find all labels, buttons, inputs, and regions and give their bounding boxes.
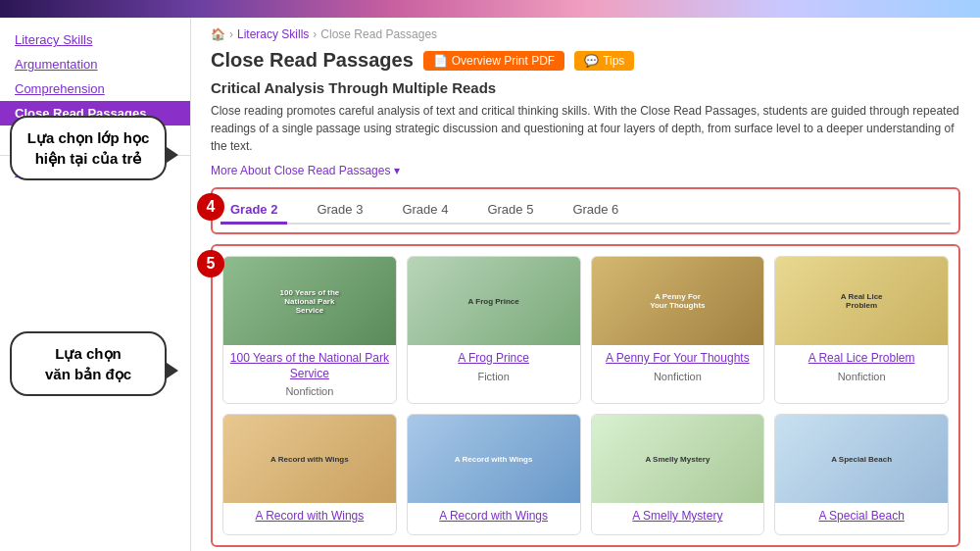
card-img-frog-prince: A Frog Prince xyxy=(408,257,580,345)
tab-grade-4[interactable]: Grade 4 xyxy=(392,197,458,225)
card-title-national-park: 100 Years of the National Park Service xyxy=(229,351,390,381)
card-body-national-park: 100 Years of the National Park Service N… xyxy=(223,345,396,403)
card-penny[interactable]: A Penny ForYour Thoughts A Penny For You… xyxy=(591,256,765,404)
card-img-special-beach: A Special Beach xyxy=(775,415,948,503)
card-record-wings-1[interactable]: A Record with Wings A Record with Wings xyxy=(222,414,397,535)
card-title-smelly: A Smelly Mystery xyxy=(598,509,759,525)
tooltip-text-1: Lựa chọn lớp học hiện tại của trẻ xyxy=(27,129,150,167)
card-body-penny: A Penny For Your Thoughts Nonfiction xyxy=(592,345,764,388)
tooltip-text-2: Lựa chọn văn bản đọc xyxy=(45,345,131,382)
grade-tabs: Grade 2 Grade 3 Grade 4 Grade 5 Grade 6 xyxy=(220,197,951,225)
card-genre-frog-prince: Fiction xyxy=(414,371,574,382)
card-record-wings-2[interactable]: A Record with Wings A Record with Wings xyxy=(407,414,581,535)
tab-grade-6[interactable]: Grade 6 xyxy=(563,197,628,225)
card-title-lice: A Real Lice Problem xyxy=(781,351,942,367)
tab-grade-2[interactable]: Grade 2 xyxy=(220,197,287,225)
card-body-special-beach: A Special Beach xyxy=(775,503,948,534)
page-title-row: Close Read Passages 📄 Overview Print PDF… xyxy=(211,49,960,72)
card-img-record-2: A Record with Wings xyxy=(408,415,580,503)
cards-grid: 100 Years of theNational ParkService 100… xyxy=(222,256,949,535)
card-frog-prince[interactable]: A Frog Prince A Frog Prince Fiction xyxy=(407,256,581,404)
overview-btn-label: Overview Print PDF xyxy=(452,54,555,68)
grade-tabs-section: Grade 2 Grade 3 Grade 4 Grade 5 Grade 6 xyxy=(211,187,960,234)
tab-grade-3[interactable]: Grade 3 xyxy=(307,197,372,225)
card-title-record-2: A Record with Wings xyxy=(414,509,574,525)
card-body-lice: A Real Lice Problem Nonfiction xyxy=(775,345,948,388)
card-title-penny: A Penny For Your Thoughts xyxy=(598,351,759,367)
step-5-circle: 5 xyxy=(197,250,224,277)
card-genre-national-park: Nonfiction xyxy=(229,385,390,397)
sidebar-item-comprehension[interactable]: Comprehension xyxy=(0,76,190,101)
breadcrumb-literacy-skills[interactable]: Literacy Skills xyxy=(237,27,309,41)
card-title-special-beach: A Special Beach xyxy=(781,509,942,525)
step-5-label: 5 xyxy=(207,255,216,273)
card-img-smelly: A Smelly Mystery xyxy=(592,415,764,503)
more-about-link[interactable]: More About Close Read Passages ▾ xyxy=(211,164,400,177)
card-img-lice: A Real LiceProblem xyxy=(775,257,948,345)
tips-button[interactable]: 💬 Tips xyxy=(574,51,634,71)
card-title-record-1: A Record with Wings xyxy=(229,509,390,525)
card-smelly-mystery[interactable]: A Smelly Mystery A Smelly Mystery xyxy=(591,414,765,535)
card-body-record-2: A Record with Wings xyxy=(408,503,580,534)
card-body-frog-prince: A Frog Prince Fiction xyxy=(408,345,580,388)
breadcrumb-home-icon[interactable]: 🏠 xyxy=(211,27,225,41)
step-4-circle: 4 xyxy=(197,193,224,221)
sidebar-item-literacy-skills[interactable]: Literacy Skills xyxy=(0,27,190,52)
top-banner xyxy=(0,0,980,18)
card-lice[interactable]: A Real LiceProblem A Real Lice Problem N… xyxy=(774,256,949,404)
sidebar-item-argumentation[interactable]: Argumentation xyxy=(0,52,190,76)
page-title: Close Read Passages xyxy=(211,49,414,72)
tips-btn-label: Tips xyxy=(603,54,624,68)
main-content: 🏠 › Literacy Skills › Close Read Passage… xyxy=(191,18,980,551)
sidebar: Literacy Skills Argumentation Comprehens… xyxy=(0,18,191,551)
card-title-frog-prince: A Frog Prince xyxy=(414,351,574,367)
breadcrumb: 🏠 › Literacy Skills › Close Read Passage… xyxy=(211,27,960,41)
grade-tabs-wrapper: 4 Grade 2 Grade 3 Grade 4 Grade 5 Grade … xyxy=(211,187,960,234)
card-body-smelly: A Smelly Mystery xyxy=(592,503,764,534)
card-national-park[interactable]: 100 Years of theNational ParkService 100… xyxy=(222,256,397,404)
cards-wrapper: 5 100 Years of theNational ParkService 1… xyxy=(211,244,960,547)
breadcrumb-sep2: › xyxy=(313,27,317,41)
tooltip-bubble-1: Lựa chọn lớp học hiện tại của trẻ xyxy=(10,116,167,180)
chat-icon: 💬 xyxy=(584,54,599,68)
cards-section: 100 Years of theNational ParkService 100… xyxy=(211,244,960,547)
step-4-label: 4 xyxy=(207,198,216,216)
card-genre-penny: Nonfiction xyxy=(598,371,759,382)
document-icon: 📄 xyxy=(433,54,448,68)
overview-print-pdf-button[interactable]: 📄 Overview Print PDF xyxy=(423,51,564,71)
card-body-record-1: A Record with Wings xyxy=(223,503,396,534)
section-heading: Critical Analysis Through Multiple Reads xyxy=(211,79,960,96)
card-genre-lice: Nonfiction xyxy=(781,371,942,382)
breadcrumb-current: Close Read Passages xyxy=(320,27,437,41)
card-img-record-1: A Record with Wings xyxy=(223,415,396,503)
description-text: Close reading promotes careful analysis … xyxy=(211,102,960,155)
breadcrumb-sep1: › xyxy=(229,27,233,41)
tooltip-bubble-2: Lựa chọn văn bản đọc xyxy=(10,331,167,396)
tab-grade-5[interactable]: Grade 5 xyxy=(477,197,543,225)
card-special-beach[interactable]: A Special Beach A Special Beach xyxy=(774,414,949,535)
card-img-national-park: 100 Years of theNational ParkService xyxy=(223,257,396,345)
card-img-penny: A Penny ForYour Thoughts xyxy=(592,257,764,345)
